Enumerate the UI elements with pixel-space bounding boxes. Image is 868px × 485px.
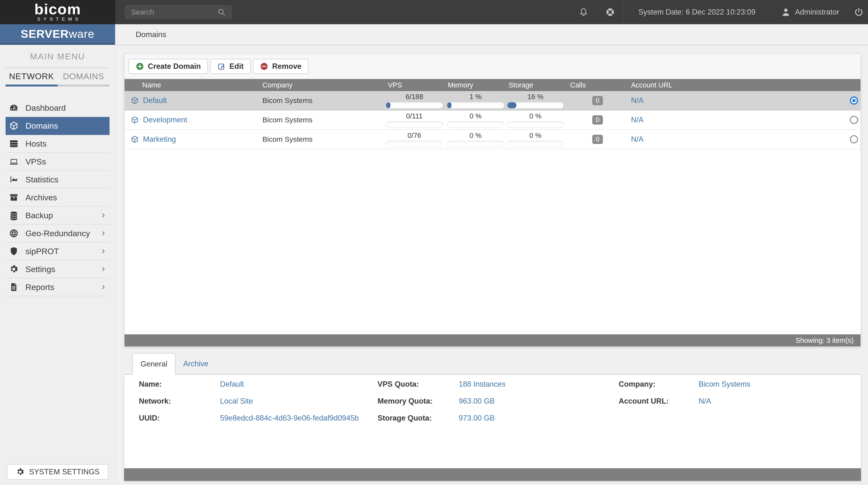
field-value-network[interactable]: Local Site <box>220 397 377 406</box>
vps-meter: 6/188 <box>386 93 447 108</box>
storage-meter: 0 % <box>507 112 564 128</box>
account-url-link[interactable]: N/A <box>631 96 644 105</box>
field-label-storage-quota: Storage Quota: <box>377 414 459 422</box>
name-cell: Default <box>125 96 262 105</box>
remove-button[interactable]: Remove <box>253 59 308 74</box>
minus-circle-icon <box>260 62 269 71</box>
chevron-right-icon <box>100 212 107 219</box>
notifications-button[interactable] <box>570 0 597 24</box>
remove-label: Remove <box>272 62 302 71</box>
sidebar-item-backup[interactable]: Backup <box>6 207 110 225</box>
account-url-cell: N/A <box>631 96 828 105</box>
field-value-vps-quota[interactable]: 188 Instances <box>459 380 619 389</box>
sidebar-item-dashboard[interactable]: Dashboard <box>6 99 110 117</box>
row-radio[interactable] <box>850 116 858 124</box>
sidebar-item-label: Reports <box>26 283 100 292</box>
sidebar-item-settings[interactable]: Settings <box>6 260 110 278</box>
sidebar-item-archives[interactable]: Archives <box>6 189 110 207</box>
table-header: Name Company VPS Memory Storage Calls Ac… <box>125 79 861 91</box>
field-value-memory-quota[interactable]: 963.00 GB <box>459 397 619 406</box>
sidebar-item-sipprot[interactable]: sipPROT <box>6 243 110 260</box>
field-label-vps-quota: VPS Quota: <box>377 380 459 389</box>
user-name: Administrator <box>795 8 839 17</box>
calls-cell: 0 <box>564 115 631 125</box>
logo-brand-text: bicom <box>34 2 81 16</box>
chevron-right-icon <box>100 248 107 255</box>
account-url-link[interactable]: N/A <box>631 135 644 143</box>
edit-label: Edit <box>229 62 244 71</box>
account-url-cell: N/A <box>631 116 828 124</box>
edit-button[interactable]: Edit <box>210 59 251 74</box>
memory-meter: 1 % <box>447 93 507 108</box>
calls-badge: 0 <box>592 96 603 105</box>
column-header-account-url[interactable]: Account URL <box>631 81 828 89</box>
column-header-calls[interactable]: Calls <box>564 81 631 89</box>
field-label-company: Company: <box>619 380 699 389</box>
search-box <box>125 5 232 19</box>
sidebar-item-label: VPSs <box>26 157 110 166</box>
gauge-icon <box>8 102 19 113</box>
tab-archive[interactable]: Archive <box>176 353 216 375</box>
table-row-development[interactable]: Development Bicom Systems 0/111 0 % 0 % … <box>125 110 861 130</box>
system-date-text: System Date: 6 Dec 2022 10:23:09 <box>639 8 755 17</box>
table-empty-area <box>125 149 861 334</box>
domain-name-link[interactable]: Default <box>143 96 167 105</box>
gear-icon <box>8 264 19 274</box>
logout-button[interactable] <box>849 0 868 24</box>
user-icon <box>781 7 791 17</box>
column-header-vps[interactable]: VPS <box>386 81 447 89</box>
chevron-right-icon <box>100 230 107 237</box>
row-radio-selected[interactable] <box>850 96 858 105</box>
row-radio[interactable] <box>850 135 858 143</box>
field-value-storage-quota[interactable]: 973.00 GB <box>459 414 619 422</box>
field-value-name[interactable]: Default <box>220 380 377 389</box>
table-row-default[interactable]: Default Bicom Systems 6/188 1 % 16 % 0 <box>125 91 861 110</box>
search-input[interactable] <box>131 8 217 17</box>
account-url-link[interactable]: N/A <box>631 116 644 124</box>
column-header-memory[interactable]: Memory <box>447 81 507 89</box>
cube-icon <box>130 116 139 124</box>
field-value-account-url[interactable]: N/A <box>699 397 861 406</box>
tab-underline-active <box>6 85 58 87</box>
domain-name-link[interactable]: Marketing <box>143 135 176 144</box>
field-value-uuid[interactable]: 59e8edcd-884c-4d63-9e06-fedaf9d0945b <box>220 414 377 422</box>
create-domain-button[interactable]: Create Domain <box>128 59 208 74</box>
chevron-right-icon <box>100 265 107 273</box>
search-icon[interactable] <box>217 7 226 17</box>
storage-value: 0 % <box>507 132 564 139</box>
column-header-company[interactable]: Company <box>262 81 386 89</box>
field-value-company[interactable]: Bicom Systems <box>699 380 861 389</box>
user-menu[interactable]: Administrator <box>770 0 849 24</box>
company-cell: Bicom Systems <box>262 116 386 124</box>
field-label-network: Network: <box>139 397 220 406</box>
tab-general[interactable]: General <box>132 353 176 375</box>
column-header-storage[interactable]: Storage <box>507 81 564 89</box>
company-cell: Bicom Systems <box>262 96 386 105</box>
main-content: Domains Create Domain Edit Remove Name C… <box>115 24 868 485</box>
system-date: System Date: 6 Dec 2022 10:23:09 <box>623 0 771 24</box>
cube-icon <box>8 120 19 131</box>
system-settings-button[interactable]: SYSTEM SETTINGS <box>7 464 108 480</box>
sidebar-item-hosts[interactable]: Hosts <box>6 135 110 153</box>
tab-domains[interactable]: DOMAINS <box>58 71 110 81</box>
calls-cell: 0 <box>564 135 631 144</box>
storage-value: 0 % <box>507 112 564 120</box>
column-header-name[interactable]: Name <box>125 81 262 89</box>
vps-value: 0/111 <box>386 112 443 120</box>
calls-badge: 0 <box>592 115 603 125</box>
sidebar-item-statistics[interactable]: Statistics <box>6 171 110 189</box>
domain-name-link[interactable]: Development <box>143 116 187 124</box>
sidebar: SERVERware MAIN MENU NETWORK DOMAINS Das… <box>0 24 115 485</box>
tab-network[interactable]: NETWORK <box>6 71 58 81</box>
field-label-memory-quota: Memory Quota: <box>377 397 459 406</box>
table-row-marketing[interactable]: Marketing Bicom Systems 0/76 0 % 0 % 0 <box>125 130 861 149</box>
sidebar-item-vpss[interactable]: VPSs <box>6 153 110 171</box>
sidebar-item-reports[interactable]: Reports <box>6 278 110 296</box>
sidebar-item-domains[interactable]: Domains <box>6 117 110 135</box>
sidebar-item-geo-redundancy[interactable]: Geo-Redundancy <box>6 225 110 243</box>
detail-tabs: General Archive <box>124 353 861 375</box>
help-button[interactable] <box>597 0 623 24</box>
app-title-rest: ware <box>69 27 94 40</box>
field-label-uuid: UUID: <box>139 414 220 422</box>
logo-sub-text: SYSTEMS <box>34 17 82 22</box>
